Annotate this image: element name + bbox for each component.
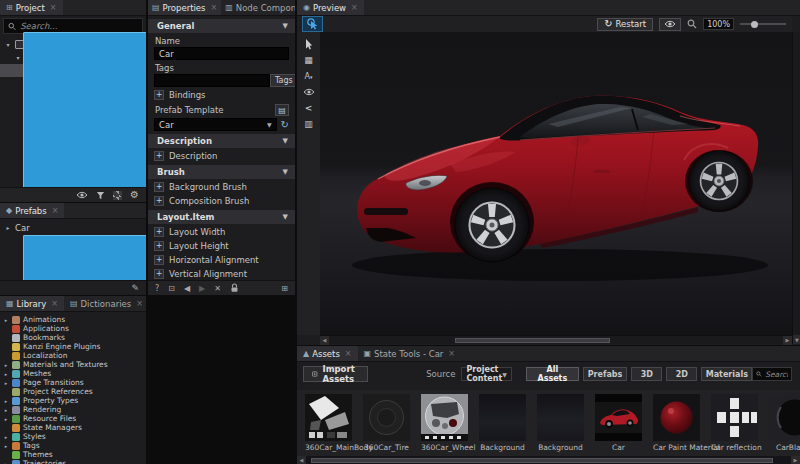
expander-icon[interactable]: ▸ xyxy=(3,398,9,404)
refresh-icon[interactable]: ↻ xyxy=(281,120,289,130)
add-binding-button[interactable]: + xyxy=(154,90,164,100)
lock-icon[interactable] xyxy=(230,283,239,293)
tab-dictionaries[interactable]: ▤ Dictionaries × xyxy=(64,296,146,311)
library-item[interactable]: Project References xyxy=(0,387,146,396)
camera-tool-button[interactable]: ▥ xyxy=(299,117,318,131)
project-search-input[interactable] xyxy=(20,21,138,31)
copy-icon[interactable]: ⊡ xyxy=(168,284,175,293)
prefab-item-car[interactable]: ▸ Car xyxy=(0,221,146,234)
eye-icon[interactable] xyxy=(76,191,88,199)
expander-icon[interactable]: ▸ xyxy=(3,371,9,377)
scroll-right-icon[interactable]: ▶ xyxy=(791,456,800,464)
visibility-tool-button[interactable] xyxy=(299,85,318,99)
forward-icon[interactable]: ▶ xyxy=(199,284,205,293)
expander-icon[interactable]: ▸ xyxy=(3,407,9,413)
tab-project[interactable]: ⊞ Project × xyxy=(0,0,63,15)
close-icon[interactable]: × xyxy=(51,299,58,308)
tags-field[interactable] xyxy=(154,74,270,87)
expander-icon[interactable]: ▸ xyxy=(3,461,9,464)
library-item[interactable]: ▸Resource Files xyxy=(0,414,146,423)
section-layout-item[interactable]: Layout.Item▼ xyxy=(148,210,295,224)
filter-2d[interactable]: 2D xyxy=(666,367,697,381)
asset-item[interactable]: 360Car_Wheel xyxy=(421,394,468,454)
expander-icon[interactable]: ▾ xyxy=(4,41,12,48)
library-item[interactable]: ▸Page Transitions xyxy=(0,378,146,387)
library-item[interactable]: Themes xyxy=(0,450,146,459)
close-icon[interactable]: × xyxy=(351,3,358,12)
scroll-left-icon[interactable]: ◀ xyxy=(320,336,329,345)
asset-item[interactable]: Car xyxy=(595,394,642,454)
preview-viewport[interactable] xyxy=(320,32,792,335)
restart-button[interactable]: ↻ Restart xyxy=(597,18,653,31)
gear-icon[interactable]: ⚙ xyxy=(130,190,139,200)
section-brush[interactable]: Brush▼ xyxy=(148,165,295,179)
library-item[interactable]: ▸Rendering xyxy=(0,405,146,414)
preview-vscrollbar[interactable]: ▼ xyxy=(792,32,800,344)
detach-window-icon[interactable]: ⊞ xyxy=(281,284,288,293)
grid-tool-button[interactable]: ▦ xyxy=(299,53,318,67)
library-item[interactable]: State Managers xyxy=(0,423,146,432)
library-item[interactable]: Applications xyxy=(0,324,146,333)
prefab-template-dropdown[interactable]: Car ▼ xyxy=(154,118,277,131)
tab-properties[interactable]: ▤ Properties × xyxy=(148,0,221,15)
library-item[interactable]: ▸Property Types xyxy=(0,396,146,405)
zoom-level-value[interactable]: 100% xyxy=(703,18,734,30)
close-icon[interactable]: × xyxy=(211,3,218,12)
filter-prefabs[interactable]: Prefabs xyxy=(583,367,627,381)
asset-item[interactable]: Background xyxy=(479,394,526,454)
back-icon[interactable]: ◀ xyxy=(184,284,190,293)
assets-search[interactable] xyxy=(752,367,792,381)
library-item[interactable]: Bookmarks xyxy=(0,333,146,342)
tab-library[interactable]: ▦ Library × xyxy=(0,296,64,311)
close-icon[interactable]: × xyxy=(52,206,59,215)
library-item[interactable]: ▸Materials and Textures xyxy=(0,360,146,369)
tags-button[interactable]: Tags xyxy=(270,74,295,87)
expander-icon[interactable]: ▸ xyxy=(3,416,9,422)
library-item[interactable]: Kanzi Engine Plugins xyxy=(0,342,146,351)
add-property-button[interactable]: + xyxy=(154,255,164,265)
asset-item[interactable]: Background xyxy=(537,394,584,454)
expander-icon[interactable]: ▸ xyxy=(3,380,9,386)
asset-item[interactable]: Car reflection xyxy=(711,394,758,454)
source-dropdown[interactable]: Project Content ▼ xyxy=(461,367,511,381)
preview-hscrollbar[interactable]: ◀ ▶ xyxy=(320,335,792,344)
asset-item[interactable]: 360Car_MainBody xyxy=(305,394,352,454)
library-item[interactable]: ▸Tags xyxy=(0,441,146,450)
scroll-left-icon[interactable]: ◀ xyxy=(297,456,306,464)
scroll-down-icon[interactable]: ▼ xyxy=(793,335,800,344)
zoom-slider[interactable] xyxy=(740,23,786,25)
add-property-button[interactable]: + xyxy=(154,182,164,192)
tab-prefabs[interactable]: ◆ Prefabs × xyxy=(0,203,64,218)
filter-3d[interactable]: 3D xyxy=(631,367,662,381)
filter-icon[interactable] xyxy=(96,191,105,200)
visibility-dropdown-button[interactable] xyxy=(659,18,681,31)
hscroll-thumb[interactable] xyxy=(455,338,610,343)
interact-tool-button[interactable] xyxy=(303,17,322,31)
library-item[interactable]: ▸Styles xyxy=(0,432,146,441)
expander-icon[interactable]: ▸ xyxy=(4,224,12,231)
tab-preview[interactable]: ◉ Preview × xyxy=(297,0,364,15)
name-field[interactable] xyxy=(154,47,289,60)
node-tool-button[interactable]: < xyxy=(299,101,318,115)
select-tool-button[interactable] xyxy=(299,37,318,51)
tab-assets[interactable]: ▲ Assets × xyxy=(297,346,358,361)
add-property-button[interactable]: + xyxy=(154,196,164,206)
tab-node-components[interactable]: ▥ Node Components × xyxy=(221,0,295,15)
close-icon[interactable]: × xyxy=(50,3,57,12)
close-icon[interactable]: × xyxy=(448,349,455,358)
scroll-right-icon[interactable]: ▶ xyxy=(783,336,792,345)
add-property-button[interactable]: + xyxy=(154,269,164,279)
asset-item[interactable]: 360Car_Tire xyxy=(363,394,410,454)
transparency-toggle-icon[interactable] xyxy=(113,191,122,200)
add-property-button[interactable]: + xyxy=(154,227,164,237)
filter-all-assets[interactable]: All Assets xyxy=(526,367,579,381)
tab-state-tools[interactable]: ▣ State Tools - Car × xyxy=(358,346,462,361)
assets-hscroll-thumb[interactable] xyxy=(311,458,773,463)
add-property-button[interactable]: + xyxy=(154,151,164,161)
zoom-slider-thumb[interactable] xyxy=(751,21,758,28)
close-icon[interactable]: × xyxy=(345,349,352,358)
clear-icon[interactable]: ✕ xyxy=(214,284,221,293)
template-list-icon[interactable]: ▤ xyxy=(275,104,289,116)
expander-icon[interactable]: ▾ xyxy=(14,54,22,61)
help-icon[interactable]: ? xyxy=(155,284,159,293)
